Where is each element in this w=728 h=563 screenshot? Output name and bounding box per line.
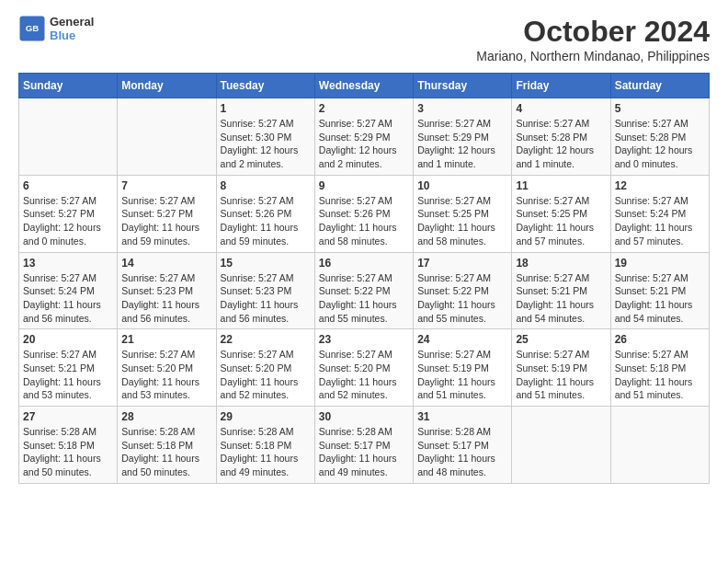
calendar-cell: 26Sunrise: 5:27 AMSunset: 5:18 PMDayligh…	[610, 329, 709, 407]
cell-content: Sunrise: 5:28 AMSunset: 5:18 PMDaylight:…	[221, 425, 311, 479]
cell-content: Sunrise: 5:27 AMSunset: 5:19 PMDaylight:…	[516, 348, 606, 402]
day-number: 26	[615, 333, 705, 346]
day-number: 21	[121, 333, 211, 346]
calendar-cell: 6Sunrise: 5:27 AMSunset: 5:27 PMDaylight…	[19, 175, 118, 252]
calendar-cell	[19, 98, 118, 176]
title-area: October 2024 Mariano, Northern Mindanao,…	[476, 15, 710, 63]
cell-content: Sunrise: 5:27 AMSunset: 5:20 PMDaylight:…	[121, 348, 211, 402]
weekday-header: Friday	[512, 74, 610, 98]
calendar-cell: 3Sunrise: 5:27 AMSunset: 5:29 PMDaylight…	[414, 98, 512, 176]
calendar-cell: 27Sunrise: 5:28 AMSunset: 5:18 PMDayligh…	[19, 407, 118, 484]
cell-content: Sunrise: 5:27 AMSunset: 5:23 PMDaylight:…	[121, 271, 211, 326]
cell-content: Sunrise: 5:27 AMSunset: 5:20 PMDaylight:…	[221, 348, 311, 402]
day-number: 11	[516, 179, 606, 192]
cell-content: Sunrise: 5:27 AMSunset: 5:26 PMDaylight:…	[319, 194, 409, 248]
calendar-cell: 24Sunrise: 5:27 AMSunset: 5:19 PMDayligh…	[414, 329, 512, 407]
calendar-week-row: 6Sunrise: 5:27 AMSunset: 5:27 PMDaylight…	[19, 175, 710, 252]
calendar-cell: 7Sunrise: 5:27 AMSunset: 5:27 PMDaylight…	[118, 175, 216, 252]
day-number: 7	[121, 179, 211, 192]
calendar-cell: 29Sunrise: 5:28 AMSunset: 5:18 PMDayligh…	[216, 407, 314, 484]
calendar-cell: 18Sunrise: 5:27 AMSunset: 5:21 PMDayligh…	[512, 252, 610, 329]
cell-content: Sunrise: 5:27 AMSunset: 5:18 PMDaylight:…	[615, 348, 705, 402]
day-number: 8	[221, 179, 311, 192]
logo-text: General	[50, 15, 94, 29]
calendar-cell: 28Sunrise: 5:28 AMSunset: 5:18 PMDayligh…	[118, 407, 216, 484]
calendar-cell: 14Sunrise: 5:27 AMSunset: 5:23 PMDayligh…	[118, 252, 216, 329]
day-number: 1	[221, 102, 311, 115]
logo: GB General Blue	[18, 15, 94, 42]
cell-content: Sunrise: 5:27 AMSunset: 5:25 PMDaylight:…	[417, 194, 507, 248]
day-number: 18	[516, 257, 606, 270]
day-number: 14	[121, 257, 211, 270]
weekday-header-row: SundayMondayTuesdayWednesdayThursdayFrid…	[19, 74, 710, 98]
weekday-header: Tuesday	[216, 74, 314, 98]
calendar-cell: 21Sunrise: 5:27 AMSunset: 5:20 PMDayligh…	[118, 329, 216, 407]
day-number: 4	[516, 102, 606, 115]
calendar-cell: 2Sunrise: 5:27 AMSunset: 5:29 PMDaylight…	[314, 98, 413, 176]
day-number: 12	[615, 179, 705, 192]
cell-content: Sunrise: 5:27 AMSunset: 5:28 PMDaylight:…	[615, 117, 705, 171]
cell-content: Sunrise: 5:27 AMSunset: 5:22 PMDaylight:…	[417, 271, 507, 326]
cell-content: Sunrise: 5:28 AMSunset: 5:18 PMDaylight:…	[23, 425, 113, 479]
cell-content: Sunrise: 5:27 AMSunset: 5:21 PMDaylight:…	[516, 271, 606, 326]
cell-content: Sunrise: 5:27 AMSunset: 5:27 PMDaylight:…	[23, 194, 113, 248]
calendar-cell	[610, 407, 709, 484]
cell-content: Sunrise: 5:27 AMSunset: 5:24 PMDaylight:…	[23, 271, 113, 326]
calendar-cell: 1Sunrise: 5:27 AMSunset: 5:30 PMDaylight…	[216, 98, 314, 176]
calendar-cell: 23Sunrise: 5:27 AMSunset: 5:20 PMDayligh…	[314, 329, 413, 407]
day-number: 2	[319, 102, 409, 115]
cell-content: Sunrise: 5:28 AMSunset: 5:17 PMDaylight:…	[319, 425, 409, 479]
calendar-cell: 9Sunrise: 5:27 AMSunset: 5:26 PMDaylight…	[314, 175, 413, 252]
calendar-week-row: 13Sunrise: 5:27 AMSunset: 5:24 PMDayligh…	[19, 252, 710, 329]
cell-content: Sunrise: 5:27 AMSunset: 5:29 PMDaylight:…	[319, 117, 409, 171]
calendar-cell: 15Sunrise: 5:27 AMSunset: 5:23 PMDayligh…	[216, 252, 314, 329]
day-number: 16	[319, 257, 409, 270]
day-number: 29	[221, 410, 311, 423]
day-number: 30	[319, 410, 409, 423]
logo-text-blue: Blue	[50, 29, 94, 42]
day-number: 22	[221, 333, 311, 346]
calendar-week-row: 27Sunrise: 5:28 AMSunset: 5:18 PMDayligh…	[19, 407, 710, 484]
cell-content: Sunrise: 5:28 AMSunset: 5:18 PMDaylight:…	[121, 425, 211, 479]
calendar-cell: 17Sunrise: 5:27 AMSunset: 5:22 PMDayligh…	[414, 252, 512, 329]
calendar-cell: 11Sunrise: 5:27 AMSunset: 5:25 PMDayligh…	[512, 175, 610, 252]
cell-content: Sunrise: 5:27 AMSunset: 5:29 PMDaylight:…	[417, 117, 507, 171]
calendar-cell: 10Sunrise: 5:27 AMSunset: 5:25 PMDayligh…	[414, 175, 512, 252]
calendar-cell: 22Sunrise: 5:27 AMSunset: 5:20 PMDayligh…	[216, 329, 314, 407]
day-number: 5	[615, 102, 705, 115]
weekday-header: Sunday	[19, 74, 118, 98]
calendar-cell: 30Sunrise: 5:28 AMSunset: 5:17 PMDayligh…	[314, 407, 413, 484]
day-number: 24	[417, 333, 507, 346]
weekday-header: Monday	[118, 74, 216, 98]
day-number: 19	[615, 257, 705, 270]
day-number: 28	[121, 410, 211, 423]
calendar-table: SundayMondayTuesdayWednesdayThursdayFrid…	[18, 73, 710, 484]
cell-content: Sunrise: 5:27 AMSunset: 5:19 PMDaylight:…	[417, 348, 507, 402]
calendar-cell: 20Sunrise: 5:27 AMSunset: 5:21 PMDayligh…	[19, 329, 118, 407]
svg-text:GB: GB	[26, 23, 40, 33]
day-number: 23	[319, 333, 409, 346]
weekday-header: Saturday	[610, 74, 709, 98]
day-number: 17	[417, 257, 507, 270]
calendar-body: 1Sunrise: 5:27 AMSunset: 5:30 PMDaylight…	[19, 98, 710, 484]
cell-content: Sunrise: 5:27 AMSunset: 5:21 PMDaylight:…	[23, 348, 113, 402]
main-title: October 2024	[476, 15, 710, 49]
calendar-week-row: 1Sunrise: 5:27 AMSunset: 5:30 PMDaylight…	[19, 98, 710, 176]
calendar-cell: 31Sunrise: 5:28 AMSunset: 5:17 PMDayligh…	[414, 407, 512, 484]
cell-content: Sunrise: 5:27 AMSunset: 5:22 PMDaylight:…	[319, 271, 409, 326]
cell-content: Sunrise: 5:28 AMSunset: 5:17 PMDaylight:…	[417, 425, 507, 479]
header: GB General Blue October 2024 Mariano, No…	[18, 15, 710, 63]
cell-content: Sunrise: 5:27 AMSunset: 5:28 PMDaylight:…	[516, 117, 606, 171]
calendar-cell: 19Sunrise: 5:27 AMSunset: 5:21 PMDayligh…	[610, 252, 709, 329]
weekday-header: Wednesday	[314, 74, 413, 98]
calendar-cell	[512, 407, 610, 484]
cell-content: Sunrise: 5:27 AMSunset: 5:21 PMDaylight:…	[615, 271, 705, 326]
day-number: 3	[417, 102, 507, 115]
cell-content: Sunrise: 5:27 AMSunset: 5:27 PMDaylight:…	[121, 194, 211, 248]
calendar-cell: 5Sunrise: 5:27 AMSunset: 5:28 PMDaylight…	[610, 98, 709, 176]
calendar-cell: 4Sunrise: 5:27 AMSunset: 5:28 PMDaylight…	[512, 98, 610, 176]
cell-content: Sunrise: 5:27 AMSunset: 5:25 PMDaylight:…	[516, 194, 606, 248]
day-number: 15	[221, 257, 311, 270]
subtitle: Mariano, Northern Mindanao, Philippines	[476, 49, 710, 63]
calendar-cell: 16Sunrise: 5:27 AMSunset: 5:22 PMDayligh…	[314, 252, 413, 329]
